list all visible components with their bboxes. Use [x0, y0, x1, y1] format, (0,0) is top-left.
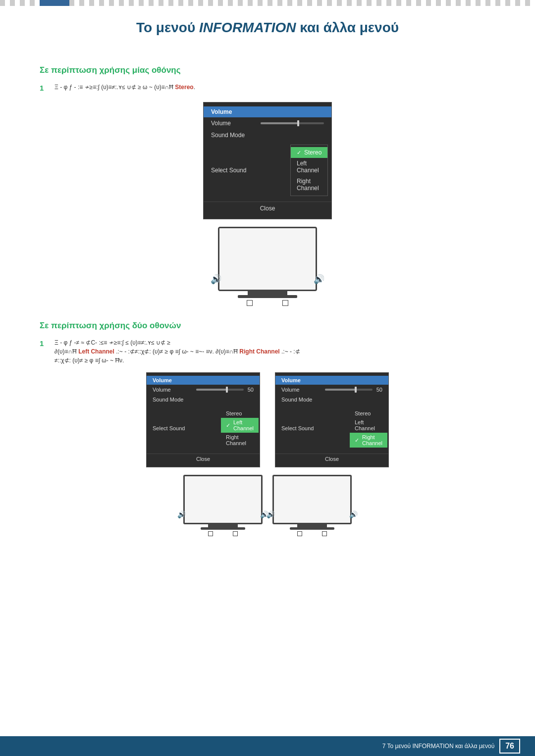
two-tv-illustration: 🔊 🔊 🔊 🔊	[40, 475, 495, 536]
menu2left-soundmode-row: Sound Mode	[147, 395, 260, 404]
menu1-close-row[interactable]: Close	[204, 202, 331, 215]
tv2left-speaker-left: 🔊	[177, 510, 186, 519]
tv1-checkbox-left	[247, 300, 253, 306]
menu2right-volume-thumb	[355, 387, 357, 393]
section1-heading: Σε περίπτωση χρήσης μίας οθόνης	[40, 65, 495, 75]
menu1-volume-label: Volume	[211, 120, 256, 127]
menu2right-stereo-label: Stereo	[355, 410, 371, 416]
tv1: 🔊 🔊	[218, 227, 317, 291]
menu1-submenu: ✓ Stereo Left Channel Right Channel	[290, 145, 328, 196]
tv2left-stand-base	[201, 527, 245, 530]
tv1-checkbox-right	[282, 300, 288, 306]
title-highlight: INFORMATION	[199, 20, 296, 35]
menu1-selectsound-label: Select Sound	[211, 167, 256, 174]
s2-right-channel-highlight: Right Channel	[239, 348, 279, 355]
menu2right-rightchannel-item[interactable]: ✓ Right Channel	[350, 433, 387, 448]
menu2left-close[interactable]: Close	[147, 454, 260, 464]
tv1-speaker-left: 🔊	[211, 274, 221, 285]
tv-wrap1: 🔊 🔊	[218, 227, 317, 306]
menu2left-submenu: Stereo ✓ Left Channel Right Channel	[221, 407, 259, 449]
menu1-volume-thumb	[297, 120, 299, 126]
menu2right-close[interactable]: Close	[275, 454, 388, 464]
tv1-stand-bar	[248, 291, 287, 295]
tv2right-stand-base	[290, 527, 334, 530]
tv-illustration1: 🔊 🔊	[40, 227, 495, 306]
dual-menu-row: Volume Volume 50 Sound Mode Select Sound…	[40, 372, 495, 467]
menu2left-volume-thumb	[226, 387, 228, 393]
menu1-stereo-label: Stereo	[304, 149, 321, 156]
speaker-left-icon: 🔊	[211, 274, 221, 284]
menu2right-volume-label: Volume	[281, 387, 321, 393]
tv1-speaker-right: 🔊	[314, 274, 324, 285]
speaker-right-icon: 🔊	[314, 274, 324, 284]
menu1-volume-bar	[261, 122, 324, 124]
bottom-bar: 7 Το μενού INFORMATION και άλλα μενού 76	[0, 736, 535, 756]
tv2-right: 🔊 🔊	[272, 475, 352, 524]
tv2left-checkbox-row	[208, 531, 238, 536]
menu2left-leftchannel-label: Left Channel	[233, 419, 254, 431]
volume-menu2-left: Volume Volume 50 Sound Mode Select Sound…	[146, 372, 260, 467]
tv2right-checkbox-left	[297, 531, 302, 536]
volume-menu1-container: Volume Volume Sound Mode Select Sound ✓ …	[40, 102, 495, 219]
menu2right-leftchannel-item[interactable]: Left Channel	[350, 418, 387, 433]
menu2left-leftchannel-item[interactable]: ✓ Left Channel	[221, 418, 259, 433]
menu2right-rightchannel-check: ✓	[355, 437, 359, 444]
section2-step1-text: Ξ - φ ƒ -≠ ≈ ⊄C- :≤≡ ≁≥≡:∫ ≤ (υ)≡≠:.ʏ≤ ∪…	[54, 338, 495, 365]
menu1-leftchannel-label: Left Channel	[297, 160, 321, 174]
speaker2right-right-icon: 🔊	[349, 510, 358, 518]
menu2left-rightchannel-label: Right Channel	[226, 434, 254, 446]
step1-text: Ξ - φ ƒ - :≡ ≁≥≡:∫ (υ)≡≠:.ʏ≤ ∪⊄ ≥ ω ~ (υ…	[54, 83, 495, 92]
menu2left-stereo-item[interactable]: Stereo	[221, 409, 259, 418]
menu2left-volume-label: Volume	[153, 387, 192, 393]
footer-page-number: 76	[499, 739, 520, 754]
s2-left-channel-highlight: Left Channel	[78, 348, 114, 355]
tv2right-speaker-right: 🔊	[349, 510, 358, 519]
menu2left-rightchannel-item[interactable]: Right Channel	[221, 433, 259, 448]
menu2right-soundmode-label: Sound Mode	[281, 397, 321, 403]
section1-step1: 1 Ξ - φ ƒ - :≡ ≁≥≡:∫ (υ)≡≠:.ʏ≤ ∪⊄ ≥ ω ~ …	[40, 83, 495, 92]
menu2left-volume-row: Volume 50	[147, 385, 260, 395]
menu1-volume-row: Volume	[204, 117, 331, 129]
section2-step1-number: 1	[40, 339, 50, 348]
page-title: Το μενού INFORMATION και άλλα μενού	[0, 5, 535, 46]
tv2left-stand	[201, 524, 245, 530]
tv2right-stand	[290, 524, 334, 530]
tv1-checkbox-row	[247, 300, 288, 306]
volume-menu2-right: Volume Volume 50 Sound Mode Select Sound…	[275, 372, 389, 467]
tv2right-checkbox-right	[322, 531, 327, 536]
menu1-rightchannel-item[interactable]: Right Channel	[291, 176, 327, 194]
step1-number: 1	[40, 84, 50, 92]
menu2right-soundmode-row: Sound Mode	[275, 395, 388, 404]
menu1-volume-fill	[261, 122, 299, 124]
speaker2right-left-icon: 🔊	[267, 510, 275, 518]
menu2right-leftchannel-label: Left Channel	[355, 419, 382, 431]
menu2right-volume-row: Volume 50	[275, 385, 388, 395]
menu1-rightchannel-label: Right Channel	[297, 178, 321, 192]
main-content: Σε περίπτωση χρήσης μίας οθόνης 1 Ξ - φ …	[0, 46, 535, 573]
section2-step1: 1 Ξ - φ ƒ -≠ ≈ ⊄C- :≤≡ ≁≥≡:∫ ≤ (υ)≡≠:.ʏ≤…	[40, 338, 495, 365]
menu1-leftchannel-item[interactable]: Left Channel	[291, 158, 327, 176]
top-decorative-bar	[0, 0, 535, 6]
menu2left-soundmode-label: Sound Mode	[153, 397, 192, 403]
tv2right-checkbox-row	[297, 531, 327, 536]
top-blue-accent	[40, 0, 69, 6]
tv1-stand-base	[238, 295, 297, 298]
menu2right-vol-val: 50	[376, 387, 382, 393]
menu1-soundmode-row: Sound Mode	[204, 129, 331, 141]
menu2left-volume-fill	[196, 389, 227, 391]
tv-wrap2-right: 🔊 🔊	[272, 475, 352, 536]
menu2left-title: Volume	[147, 376, 260, 385]
menu1-title: Volume	[204, 106, 331, 117]
menu2right-title: Volume	[275, 376, 388, 385]
menu2left-selectsound-label: Select Sound	[153, 425, 192, 431]
menu2right-submenu: Stereo Left Channel ✓ Right Channel	[350, 407, 387, 449]
menu1-soundmode-label: Sound Mode	[211, 132, 256, 139]
menu1-stereo-item[interactable]: ✓ Stereo	[291, 147, 327, 158]
menu2right-stereo-item[interactable]: Stereo	[350, 409, 387, 418]
tv1-stand	[238, 291, 297, 298]
menu2left-leftchannel-check: ✓	[226, 422, 230, 429]
footer-chapter-text: 7 Το μενού INFORMATION και άλλα μενού	[382, 743, 494, 750]
menu1-stereo-check: ✓	[297, 150, 301, 156]
menu2right-selectsound-label: Select Sound	[281, 425, 321, 431]
tv2right-speaker-left: 🔊	[267, 510, 275, 519]
